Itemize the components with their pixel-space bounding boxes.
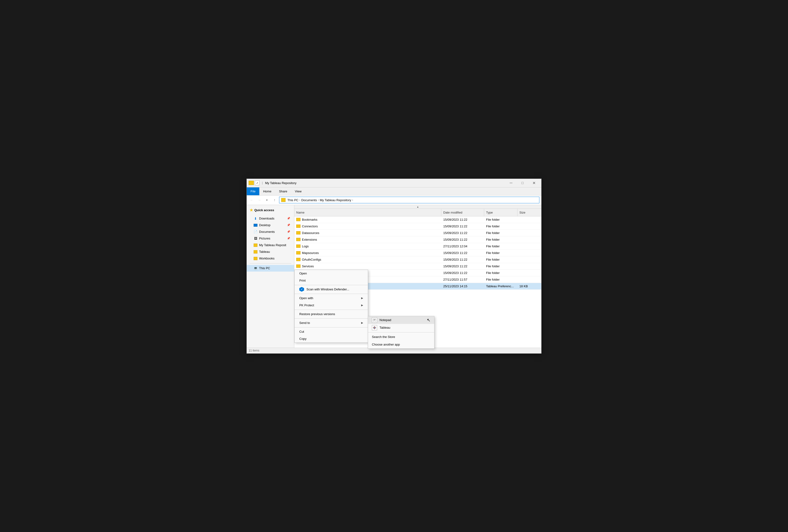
checkmark-btn[interactable]: ✓ [255, 181, 260, 185]
sidebar-item-downloads[interactable]: ⬇ Downloads 📌 [247, 215, 294, 222]
file-type-cell: File folder [484, 231, 517, 235]
file-name-cell: Mapsources [294, 251, 441, 255]
svg-rect-8 [374, 327, 375, 327]
windows-defender-icon: ✓ [299, 287, 304, 292]
file-date-cell: 15/09/2023 11:22 [441, 218, 484, 221]
scroll-indicator: ▲ [294, 205, 541, 209]
file-type-cell: File folder [484, 225, 517, 228]
ctx-pk-protect[interactable]: PK Protect ▶ [295, 302, 368, 309]
documents-icon: 📄 [253, 230, 258, 234]
this-pc-icon: 💻 [253, 266, 258, 270]
send-to-arrow: ▶ [361, 321, 363, 324]
table-row[interactable]: Logs 27/11/2023 12:04 File folder [294, 243, 541, 250]
file-date-cell: 27/11/2023 12:04 [441, 244, 484, 248]
file-name-cell: Datasources [294, 231, 441, 235]
downloads-label: Downloads [259, 217, 274, 220]
ctx-scan-label: Scan with Windows Defender... [307, 288, 349, 291]
path-sep-1: › [299, 198, 300, 202]
sidebar-item-tableau[interactable]: Tableau [247, 248, 294, 255]
submenu-store[interactable]: Search the Store [368, 333, 434, 341]
tableau-submenu-label: Tableau [379, 326, 390, 329]
sidebar-item-this-pc[interactable]: 💻 This PC [247, 265, 294, 271]
sidebar-item-workbooks[interactable]: Workbooks [247, 255, 294, 262]
forward-button[interactable]: → [256, 197, 262, 203]
this-pc-label: This PC [259, 266, 270, 270]
table-row[interactable]: Datasources 15/09/2023 11:22 File folder [294, 230, 541, 237]
ctx-pk-protect-label: PK Protect [299, 304, 314, 307]
star-icon: ★ [250, 208, 253, 212]
ctx-open-with[interactable]: Open with ▶ [295, 295, 368, 302]
path-folder-icon [281, 198, 285, 202]
path-this-pc[interactable]: This PC [288, 198, 298, 202]
table-row[interactable]: Connectors 15/09/2023 11:22 File folder [294, 223, 541, 230]
table-row[interactable]: OAuthConfigs 15/09/2023 11:22 File folde… [294, 257, 541, 263]
header-name[interactable]: Name [294, 209, 441, 216]
context-menu: Open Print ✓ Scan with Windows Defender.… [294, 270, 368, 343]
ctx-copy[interactable]: Copy [295, 335, 368, 343]
folder-icon [296, 264, 300, 268]
ctx-open-label: Open [299, 271, 307, 275]
submenu-tableau[interactable]: Tableau [368, 324, 434, 331]
file-name-cell: OAuthConfigs [294, 258, 441, 261]
sidebar-item-documents[interactable]: 📄 Documents 📌 [247, 228, 294, 235]
ctx-cut-label: Cut [299, 330, 304, 333]
maximize-btn[interactable]: □ [517, 180, 528, 186]
file-name-cell: Extensions [294, 238, 441, 241]
ctx-print[interactable]: Print [295, 277, 368, 284]
title-bar: ✓ | My Tableau Repository ─ □ ✕ [247, 179, 541, 187]
menu-file[interactable]: File [247, 187, 259, 195]
path-sep-2: › [318, 198, 319, 202]
sidebar-item-desktop[interactable]: Desktop 📌 [247, 222, 294, 228]
file-type-cell: File folder [484, 244, 517, 248]
path-repo[interactable]: My Tableau Repository [320, 198, 351, 202]
submenu-choose[interactable]: Choose another app [368, 341, 434, 348]
header-date[interactable]: Date modified [441, 209, 484, 216]
dropdown-button[interactable]: ▾ [264, 197, 270, 203]
quick-access-label: Quick access [254, 208, 274, 212]
download-icon: ⬇ [253, 217, 258, 221]
table-row[interactable]: Extensions 15/09/2023 11:22 File folder [294, 237, 541, 243]
header-size[interactable]: Size [517, 209, 541, 216]
title-bar-folder-icon [249, 181, 254, 185]
menu-share[interactable]: Share [275, 187, 291, 195]
file-name-cell: Logs [294, 244, 441, 248]
ctx-copy-label: Copy [299, 337, 307, 341]
file-date-cell: 15/09/2023 11:22 [441, 258, 484, 261]
menu-view[interactable]: View [291, 187, 305, 195]
pin-icon-downloads: 📌 [287, 217, 290, 220]
ctx-cut[interactable]: Cut [295, 328, 368, 335]
ctx-restore[interactable]: Restore previous versions [295, 311, 368, 318]
sidebar-divider [250, 263, 291, 264]
store-label: Search the Store [372, 335, 395, 339]
file-type-cell: File folder [484, 238, 517, 241]
pictures-icon: 🖼 [253, 237, 258, 241]
table-row[interactable]: Mapsources 15/09/2023 11:22 File folder [294, 250, 541, 257]
ctx-restore-label: Restore previous versions [299, 312, 335, 316]
status-text: 11 items [249, 349, 259, 352]
address-path[interactable]: This PC › Documents › My Tableau Reposit… [279, 197, 539, 203]
submenu-notepad[interactable]: Notepad ↖ [368, 316, 434, 324]
ctx-send-to-label: Send to [299, 321, 310, 325]
sidebar-item-tableau-repo[interactable]: My Tableau Reposit [247, 242, 294, 248]
back-button[interactable]: ← [249, 197, 255, 203]
ctx-scan[interactable]: ✓ Scan with Windows Defender... [295, 286, 368, 293]
workbooks-icon [253, 257, 258, 261]
path-documents[interactable]: Documents [301, 198, 317, 202]
notepad-icon [372, 318, 377, 323]
ctx-open[interactable]: Open [295, 270, 368, 277]
minimize-btn[interactable]: ─ [506, 180, 516, 186]
quick-access-toolbar: ✓ [255, 181, 260, 185]
menu-home[interactable]: Home [259, 187, 275, 195]
header-type[interactable]: Type [484, 209, 517, 216]
sidebar-item-pictures[interactable]: 🖼 Pictures 📌 [247, 235, 294, 242]
submenu-sep [368, 332, 434, 332]
close-btn[interactable]: ✕ [528, 180, 539, 186]
table-row[interactable]: Services 15/09/2023 11:22 File folder [294, 263, 541, 270]
table-row[interactable]: Bookmarks 15/09/2023 11:22 File folder [294, 217, 541, 223]
file-date-cell: 15/09/2023 11:22 [441, 264, 484, 268]
notepad-label: Notepad [379, 318, 391, 322]
file-date-cell: 25/11/2023 14:15 [441, 284, 484, 288]
up-button[interactable]: ↑ [272, 197, 278, 203]
ctx-send-to[interactable]: Send to ▶ [295, 320, 368, 327]
quick-access-header: ★ Quick access [247, 207, 294, 213]
